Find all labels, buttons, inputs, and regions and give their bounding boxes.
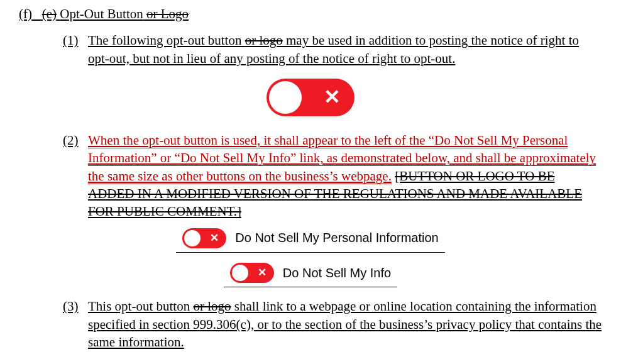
optout-toggle-large-row: ✕ [19, 79, 602, 116]
example-link-short[interactable]: Do Not Sell My Info [283, 265, 391, 282]
example-row-long: ✕ Do Not Sell My Personal Information [19, 228, 602, 253]
list-item-1: (1) The following opt-out button or logo… [63, 31, 602, 67]
item2-number: (2) [63, 131, 88, 221]
section-header: (f) (e) Opt-Out Button or Logo [19, 5, 602, 23]
example-row-short: ✕ Do Not Sell My Info [19, 263, 602, 287]
item3-body: This opt-out button or logo shall link t… [88, 297, 602, 351]
marker-old-deleted: (e) [42, 6, 57, 21]
toggle-knob [184, 230, 201, 246]
item1-number: (1) [63, 31, 88, 67]
list-item-3: (3) This opt-out button or logo shall li… [63, 297, 602, 351]
item3-deleted: or logo [193, 299, 231, 314]
x-icon: ✕ [324, 84, 341, 111]
item1-text-pre: The following opt-out button [88, 33, 245, 48]
item2-body: When the opt-out button is used, it shal… [88, 131, 602, 221]
item3-number: (3) [63, 297, 88, 351]
list-item-2: (2) When the opt-out button is used, it … [63, 131, 602, 221]
optout-toggle-icon: ✕ [230, 263, 274, 283]
optout-toggle-icon: ✕ [182, 228, 226, 248]
section-title-kept: Opt-Out Button [60, 6, 143, 21]
toggle-knob [269, 81, 302, 114]
item1-body: The following opt-out button or logo may… [88, 31, 602, 67]
x-icon: ✕ [210, 231, 219, 245]
section-title-deleted: or Logo [146, 6, 189, 21]
toggle-knob [232, 265, 248, 281]
item1-deleted: or logo [245, 33, 283, 48]
optout-toggle-icon: ✕ [267, 79, 354, 116]
x-icon: ✕ [258, 266, 267, 280]
example-link-long[interactable]: Do Not Sell My Personal Information [235, 229, 438, 246]
item3-text-pre: This opt-out button [88, 299, 193, 314]
marker-new: (f) [19, 6, 32, 21]
